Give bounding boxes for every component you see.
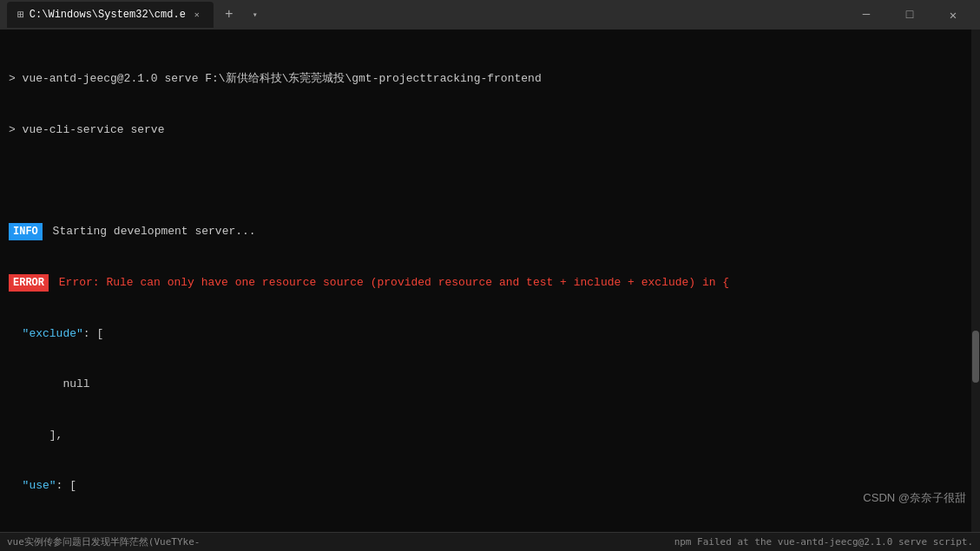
line-info: INFO Starting development server... [9, 223, 971, 240]
terminal-body[interactable]: > vue-antd-jeecg@2.1.0 serve F:\新供给科技\东莞… [0, 30, 980, 532]
scrollbar-thumb[interactable] [972, 331, 979, 383]
window-controls: ─ □ ✕ [846, 0, 973, 30]
tab-dropdown-button[interactable]: ▾ [245, 4, 266, 25]
bottom-text-right: npm Failed at the vue-antd-jeecg@2.1.0 s… [674, 536, 973, 548]
watermark: CSDN @奈奈子很甜 [863, 490, 966, 506]
minimize-button[interactable]: ─ [846, 0, 886, 30]
bottom-bar: vue实例传参问题日发现半阵茫然(VueTYke- npm Failed at … [0, 532, 980, 551]
tab-bar: ⊞ C:\Windows\System32\cmd.e ✕ + ▾ [7, 2, 846, 28]
info-badge: INFO [9, 223, 43, 240]
scrollbar[interactable] [971, 30, 980, 532]
prompt-1: > vue-antd-jeecg@2.1.0 serve F:\新供给科技\东莞… [9, 72, 542, 85]
tab-title: C:\Windows\System32\cmd.e [30, 9, 186, 21]
line-error-badge: ERROR Error: Rule can only have one reso… [9, 274, 971, 292]
line-1: > vue-antd-jeecg@2.1.0 serve F:\新供给科技\东莞… [9, 70, 971, 88]
line-json-2: null [9, 376, 971, 393]
tab-close-button[interactable]: ✕ [191, 9, 203, 21]
line-json-4: "use": [ [9, 477, 971, 495]
bottom-left-area: vue实例传参问题日发现半阵茫然(VueTYke- [7, 535, 674, 548]
active-tab[interactable]: ⊞ C:\Windows\System32\cmd.e ✕ [7, 2, 214, 28]
terminal-icon: ⊞ [17, 8, 24, 22]
line-json-5: { [9, 528, 971, 533]
error-message-1: Error: Rule can only have one resource s… [52, 276, 729, 289]
new-tab-button[interactable]: + [217, 3, 241, 27]
prompt-2: > vue-cli-service serve [9, 123, 164, 136]
line-json-1: "exclude": [ [9, 325, 971, 343]
info-text: Starting development server... [46, 225, 256, 238]
titlebar: ⊞ C:\Windows\System32\cmd.e ✕ + ▾ ─ □ ✕ [0, 0, 980, 30]
terminal-output: > vue-antd-jeecg@2.1.0 serve F:\新供给科技\东莞… [9, 36, 971, 532]
error-badge: ERROR [9, 274, 49, 292]
line-2: > vue-cli-service serve [9, 121, 971, 139]
terminal-window: ⊞ C:\Windows\System32\cmd.e ✕ + ▾ ─ □ ✕ … [0, 0, 980, 551]
maximize-button[interactable]: □ [890, 0, 930, 30]
line-json-3: ], [9, 427, 971, 444]
close-button[interactable]: ✕ [933, 0, 973, 30]
bottom-text-left: vue实例传参问题日发现半阵茫然(VueTYke- [7, 535, 200, 548]
line-blank [9, 172, 971, 189]
